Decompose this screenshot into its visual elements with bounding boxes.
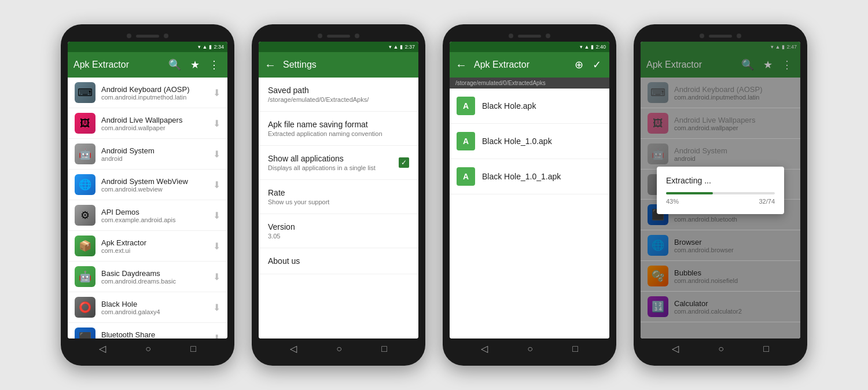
app-icon-apkextractor: 📦 [75, 236, 95, 256]
app-icon-api: ⚙ [75, 205, 95, 226]
app-bar-1: Apk Extractor 🔍 ★ ⋮ [68, 52, 227, 78]
phone-2-screen: ▾ ▲ ▮ 2:37 ← Settings Saved path /storag… [259, 42, 418, 339]
download-icon[interactable]: ⬇ [213, 87, 220, 98]
file-item[interactable]: A Black Hole.apk [450, 89, 609, 124]
check-icon[interactable]: ✓ [590, 56, 604, 73]
file-name: Black Hole_1.0.apk [482, 137, 552, 146]
back-arrow-icon[interactable]: ← [455, 58, 467, 72]
app-icon-bluetooth: ⬛ [75, 328, 95, 339]
app-info: Basic Daydreams com.android.dreams.basic [101, 269, 207, 285]
battery-icon: ▮ [400, 44, 403, 50]
app-icon-system: 🤖 [75, 144, 95, 164]
home-button[interactable]: ○ [718, 344, 724, 354]
status-bar-1: ▾ ▲ ▮ 2:34 [68, 42, 227, 52]
app-list-1: ⌨ Android Keyboard (AOSP) com.android.in… [68, 78, 227, 339]
settings-item-rate[interactable]: Rate Show us your support [259, 180, 418, 214]
nav-bar-2: ◁ ○ □ [259, 339, 418, 359]
list-item[interactable]: 🤖 Basic Daydreams com.android.dreams.bas… [68, 262, 227, 292]
app-info: Black Hole com.android.galaxy4 [101, 300, 207, 315]
app-info: API Demos com.example.android.apis [101, 208, 207, 223]
settings-list: Saved path /storage/emulated/0/Extracted… [259, 78, 418, 339]
back-button[interactable]: ◁ [481, 343, 488, 354]
list-item[interactable]: ⬛ Bluetooth Share com.android.bluetooth … [68, 323, 227, 339]
add-icon[interactable]: ⊕ [572, 56, 586, 73]
back-arrow-icon[interactable]: ← [264, 58, 276, 72]
download-icon[interactable]: ⬇ [213, 241, 220, 252]
recent-button[interactable]: □ [763, 344, 769, 354]
recent-button[interactable]: □ [572, 344, 578, 354]
more-icon[interactable]: ⋮ [207, 56, 222, 73]
app-bar-title-3: Apk Extractor [474, 60, 568, 70]
list-item[interactable]: 🤖 Android System android ⬇ [68, 139, 227, 170]
download-icon[interactable]: ⬇ [213, 149, 220, 160]
list-item[interactable]: ⌨ Android Keyboard (AOSP) com.android.in… [68, 78, 227, 108]
app-name: Android Live Wallpapers [101, 116, 207, 124]
app-name: Android Keyboard (AOSP) [101, 85, 207, 94]
app-pkg: com.example.android.apis [101, 216, 207, 223]
home-button[interactable]: ○ [145, 344, 151, 354]
phone-3: ▾ ▲ ▮ 2:40 ← Apk Extractor ⊕ ✓ /storage/… [443, 24, 616, 366]
camera-dot [509, 34, 513, 38]
list-item[interactable]: ⭕ Black Hole com.android.galaxy4 ⬇ [68, 292, 227, 323]
search-icon[interactable]: 🔍 [166, 56, 183, 73]
star-icon[interactable]: ★ [188, 56, 202, 73]
recent-button[interactable]: □ [381, 344, 387, 354]
status-icons-3: ▾ ▲ ▮ 2:40 [580, 44, 606, 50]
settings-item-version[interactable]: Version 3.05 [259, 214, 418, 248]
settings-sublabel: Show us your support [268, 198, 329, 205]
download-icon[interactable]: ⬇ [213, 179, 220, 190]
phone-1: ▾ ▲ ▮ 2:34 Apk Extractor 🔍 ★ ⋮ ⌨ Android… [61, 24, 234, 366]
download-icon[interactable]: ⬇ [213, 118, 220, 129]
download-icon[interactable]: ⬇ [213, 302, 220, 313]
speaker [327, 35, 350, 38]
app-name: Black Hole [101, 300, 207, 308]
settings-item-left: Saved path /storage/emulated/0/Extracted… [268, 86, 369, 103]
wifi-icon: ▾ [389, 44, 392, 50]
settings-item-aboutus[interactable]: About us [259, 248, 418, 274]
home-button[interactable]: ○ [527, 344, 533, 354]
settings-item-savedpath[interactable]: Saved path /storage/emulated/0/Extracted… [259, 78, 418, 112]
settings-item-left: Apk file name saving format Extracted ap… [268, 120, 382, 137]
camera-dot-2 [546, 34, 550, 38]
list-item[interactable]: 🖼 Android Live Wallpapers com.android.wa… [68, 108, 227, 139]
settings-item-format[interactable]: Apk file name saving format Extracted ap… [259, 112, 418, 146]
list-item[interactable]: 🌐 Android System WebView com.android.web… [68, 170, 227, 200]
checkbox-showall[interactable]: ✓ [399, 157, 409, 168]
download-icon[interactable]: ⬇ [213, 271, 220, 282]
file-item[interactable]: A Black Hole_1.0.apk [450, 124, 609, 159]
list-item[interactable]: 📦 Apk Extractor com.ext.ui ⬇ [68, 231, 227, 262]
phone-3-screen: ▾ ▲ ▮ 2:40 ← Apk Extractor ⊕ ✓ /storage/… [450, 42, 609, 339]
signal-icon: ▲ [584, 44, 590, 50]
settings-label: Rate [268, 188, 329, 197]
nav-bar-1: ◁ ○ □ [68, 339, 227, 359]
download-icon[interactable]: ⬇ [213, 210, 220, 221]
speaker [518, 35, 541, 38]
extracting-dialog-overlay: Extracting ... 43% 32/74 [641, 42, 800, 339]
recent-button[interactable]: □ [190, 344, 196, 354]
settings-item-showall[interactable]: Show all applications Displays all appli… [259, 146, 418, 180]
app-icon-webview: 🌐 [75, 174, 95, 195]
home-button[interactable]: ○ [336, 344, 342, 354]
camera-dot [318, 34, 322, 38]
app-icon-wallpaper: 🖼 [75, 113, 95, 134]
time-1: 2:34 [214, 44, 224, 50]
back-button[interactable]: ◁ [672, 343, 679, 354]
download-icon[interactable]: ⬇ [213, 333, 220, 339]
progress-bar-fill [666, 192, 713, 194]
speaker [709, 35, 732, 38]
app-name: Bluetooth Share [101, 330, 207, 339]
app-info: Android Live Wallpapers com.android.wall… [101, 116, 207, 131]
settings-item-left: Show all applications Displays all appli… [268, 154, 376, 171]
phone-4-top [641, 31, 800, 42]
list-item[interactable]: ⚙ API Demos com.example.android.apis ⬇ [68, 200, 227, 231]
file-item[interactable]: A Black Hole_1.0_1.apk [450, 159, 609, 194]
app-bar-title-1: Apk Extractor [73, 60, 161, 70]
back-button[interactable]: ◁ [99, 343, 106, 354]
app-pkg: android [101, 155, 207, 162]
back-button[interactable]: ◁ [290, 343, 297, 354]
phone-3-top [450, 31, 609, 42]
signal-icon: ▲ [393, 44, 399, 50]
progress-labels: 43% 32/74 [666, 198, 775, 205]
app-pkg: com.ext.ui [101, 247, 207, 254]
settings-sublabel: Extracted application naming convention [268, 130, 382, 137]
